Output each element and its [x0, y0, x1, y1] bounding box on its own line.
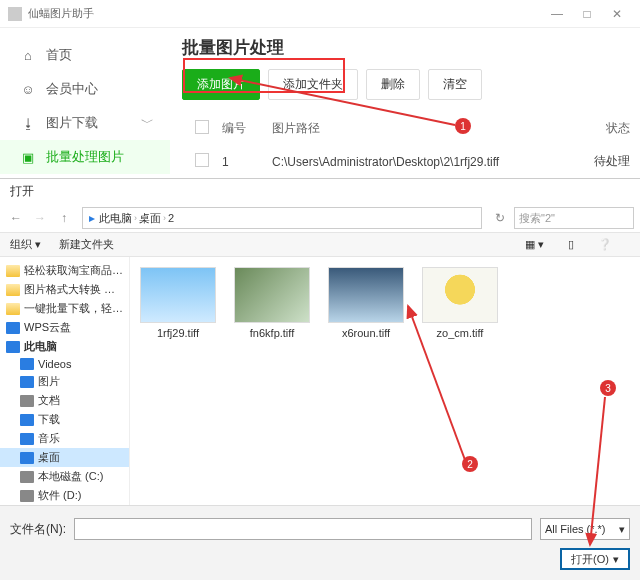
sidebar-item-label: 会员中心	[46, 80, 98, 98]
file-thumbnail[interactable]: 1rfj29.tiff	[140, 267, 216, 339]
chevron-down-icon: ﹀	[141, 114, 154, 132]
thumbnail-label: zo_cm.tiff	[422, 327, 498, 339]
tree-item[interactable]: 软件 (D:)	[0, 486, 129, 505]
main-panel: 批量图片处理 添加图片 添加文件夹 删除 清空 编号 图片路径 状态 1 C:\…	[170, 28, 640, 178]
tree-item[interactable]: 桌面	[0, 448, 129, 467]
crumb-desktop[interactable]: 桌面	[139, 211, 161, 226]
tree-item-label: 本地磁盘 (C:)	[38, 469, 103, 484]
app-title: 仙蝠图片助手	[28, 6, 542, 21]
clear-button[interactable]: 清空	[428, 69, 482, 100]
close-button[interactable]: ✕	[602, 7, 632, 21]
thumbnail-label: x6roun.tiff	[328, 327, 404, 339]
tree-item-icon	[6, 303, 20, 315]
table-header: 编号 图片路径 状态	[182, 112, 640, 145]
add-image-button[interactable]: 添加图片	[182, 69, 260, 100]
app-icon	[8, 7, 22, 21]
add-folder-button[interactable]: 添加文件夹	[268, 69, 358, 100]
tree-item[interactable]: 一键批量下载，轻…	[0, 299, 129, 318]
tree-item[interactable]: 图片格式大转换 …	[0, 280, 129, 299]
row-checkbox[interactable]	[195, 153, 209, 167]
delete-button[interactable]: 删除	[366, 69, 420, 100]
tree-item-label: 一键批量下载，轻…	[24, 301, 123, 316]
tree-item-label: WPS云盘	[24, 320, 71, 335]
forward-button[interactable]: →	[30, 208, 50, 228]
thumbnail-image	[328, 267, 404, 323]
tree-item-icon	[6, 322, 20, 334]
file-thumbnail[interactable]: x6roun.tiff	[328, 267, 404, 339]
help-button[interactable]: ❔	[598, 238, 612, 251]
sidebar-item-download[interactable]: ⭳ 图片下载 ﹀	[0, 106, 170, 140]
preview-pane-button[interactable]: ▯	[568, 238, 574, 251]
sidebar-item-member[interactable]: ☺ 会员中心	[0, 72, 170, 106]
thumbnail-image	[234, 267, 310, 323]
home-icon: ⌂	[20, 47, 36, 63]
tree-item[interactable]: 轻松获取淘宝商品…	[0, 261, 129, 280]
tree-item[interactable]: 本地磁盘 (C:)	[0, 467, 129, 486]
crumb-root[interactable]: 此电脑	[99, 211, 132, 226]
tree-item-label: 图片	[38, 374, 60, 389]
new-folder-button[interactable]: 新建文件夹	[59, 237, 114, 252]
sidebar-item-label: 批量处理图片	[46, 148, 124, 166]
user-icon: ☺	[20, 81, 36, 97]
search-input[interactable]: 搜索"2"	[514, 207, 634, 229]
crumb-folder[interactable]: 2	[168, 212, 174, 224]
annotation-badge-3: 3	[600, 380, 616, 396]
col-status: 状态	[580, 120, 640, 137]
page-title: 批量图片处理	[182, 36, 640, 59]
maximize-button[interactable]: □	[572, 7, 602, 21]
annotation-badge-1: 1	[455, 118, 471, 134]
select-all-checkbox[interactable]	[195, 120, 209, 134]
tree-item[interactable]: Videos	[0, 356, 129, 372]
tree-item[interactable]: 下载	[0, 410, 129, 429]
tree-item-label: 图片格式大转换 …	[24, 282, 115, 297]
image-icon: ▣	[20, 149, 36, 165]
file-thumbnail[interactable]: fn6kfp.tiff	[234, 267, 310, 339]
sidebar-item-home[interactable]: ⌂ 首页	[0, 38, 170, 72]
tree-item[interactable]: 文档	[0, 391, 129, 410]
table-row[interactable]: 1 C:\Users\Administrator\Desktop\2\1rfj2…	[182, 145, 640, 178]
tree-item-label: 轻松获取淘宝商品…	[24, 263, 123, 278]
pc-icon: ▸	[89, 211, 95, 225]
annotation-badge-2: 2	[462, 456, 478, 472]
tree-item-label: Videos	[38, 358, 71, 370]
download-icon: ⭳	[20, 115, 36, 131]
up-button[interactable]: ↑	[54, 208, 74, 228]
tree-item-label: 此电脑	[24, 339, 57, 354]
tree-item-icon	[20, 471, 34, 483]
file-thumbnail[interactable]: zo_cm.tiff	[422, 267, 498, 339]
tree-item-label: 文档	[38, 393, 60, 408]
col-num: 编号	[222, 120, 272, 137]
row-path: C:\Users\Administrator\Desktop\2\1rfj29.…	[272, 155, 580, 169]
address-bar[interactable]: ▸ 此电脑 › 桌面 › 2	[82, 207, 482, 229]
col-path: 图片路径	[272, 120, 580, 137]
refresh-button[interactable]: ↻	[490, 208, 510, 228]
minimize-button[interactable]: —	[542, 7, 572, 21]
sidebar-item-label: 图片下载	[46, 114, 98, 132]
organize-menu[interactable]: 组织 ▾	[10, 237, 41, 252]
tree-item-icon	[20, 376, 34, 388]
thumbnail-label: 1rfj29.tiff	[140, 327, 216, 339]
tree-item[interactable]: 图片	[0, 372, 129, 391]
file-type-filter[interactable]: All Files (*.*)▾	[540, 518, 630, 540]
tree-item-icon	[20, 414, 34, 426]
thumbnail-image	[140, 267, 216, 323]
tree-item[interactable]: 音乐	[0, 429, 129, 448]
folder-tree[interactable]: 轻松获取淘宝商品…图片格式大转换 …一键批量下载，轻…WPS云盘此电脑Video…	[0, 257, 130, 527]
search-placeholder: 搜索"2"	[519, 211, 555, 226]
sidebar: ⌂ 首页 ☺ 会员中心 ⭳ 图片下载 ﹀ ▣ 批量处理图片	[0, 28, 170, 178]
sidebar-item-batch[interactable]: ▣ 批量处理图片	[0, 140, 170, 174]
titlebar: 仙蝠图片助手 — □ ✕	[0, 0, 640, 28]
filename-input[interactable]	[74, 518, 532, 540]
tree-item-icon	[6, 341, 20, 353]
view-options-button[interactable]: ▦ ▾	[525, 238, 544, 251]
row-status: 待处理	[580, 153, 640, 170]
tree-item[interactable]: 此电脑	[0, 337, 129, 356]
tree-item-icon	[6, 265, 20, 277]
open-button[interactable]: 打开(O)▾	[560, 548, 630, 570]
tree-item-label: 软件 (D:)	[38, 488, 81, 503]
file-grid[interactable]: 1rfj29.tifffn6kfp.tiffx6roun.tiffzo_cm.t…	[130, 257, 640, 527]
sidebar-item-label: 首页	[46, 46, 72, 64]
back-button[interactable]: ←	[6, 208, 26, 228]
thumbnail-image	[422, 267, 498, 323]
tree-item[interactable]: WPS云盘	[0, 318, 129, 337]
